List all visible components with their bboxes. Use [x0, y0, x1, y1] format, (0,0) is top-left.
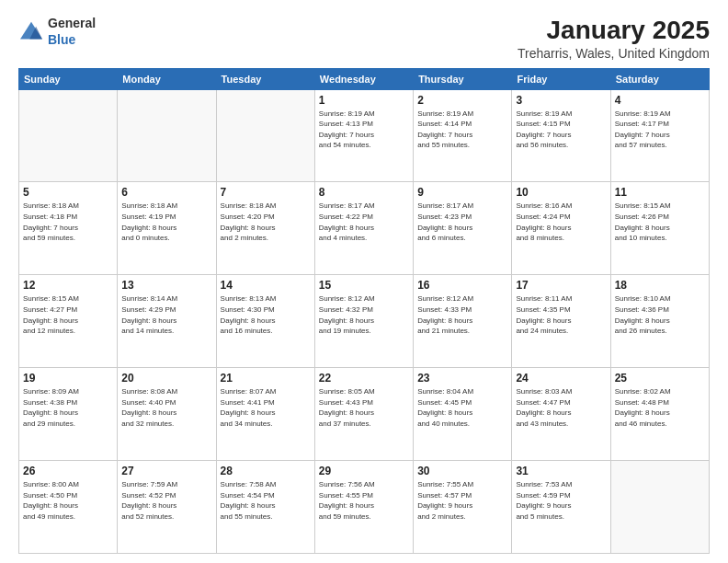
day-info: Sunrise: 8:08 AM Sunset: 4:40 PM Dayligh… — [121, 386, 211, 429]
day-info: Sunrise: 8:17 AM Sunset: 4:23 PM Dayligh… — [417, 201, 507, 243]
col-sunday: Sunday — [19, 68, 118, 89]
table-row — [610, 461, 709, 554]
day-info: Sunrise: 8:10 AM Sunset: 4:36 PM Dayligh… — [615, 293, 705, 336]
day-info: Sunrise: 8:09 AM Sunset: 4:38 PM Dayligh… — [23, 386, 113, 429]
day-number: 6 — [121, 186, 211, 199]
col-monday: Monday — [118, 68, 216, 89]
day-info: Sunrise: 8:19 AM Sunset: 4:14 PM Dayligh… — [417, 109, 507, 151]
day-info: Sunrise: 8:07 AM Sunset: 4:41 PM Dayligh… — [221, 386, 311, 429]
table-row — [19, 89, 118, 182]
day-number: 16 — [417, 279, 507, 292]
table-row — [216, 89, 314, 182]
day-number: 14 — [221, 279, 311, 292]
day-number: 3 — [516, 94, 606, 107]
calendar-row-1: 5Sunrise: 8:18 AM Sunset: 4:18 PM Daylig… — [19, 182, 710, 275]
col-wednesday: Wednesday — [314, 68, 413, 89]
table-row: 12Sunrise: 8:15 AM Sunset: 4:27 PM Dayli… — [19, 275, 118, 368]
table-row: 31Sunrise: 7:53 AM Sunset: 4:59 PM Dayli… — [512, 461, 610, 554]
calendar-row-0: 1Sunrise: 8:19 AM Sunset: 4:13 PM Daylig… — [19, 89, 710, 182]
day-info: Sunrise: 8:12 AM Sunset: 4:32 PM Dayligh… — [319, 293, 409, 336]
day-number: 21 — [221, 372, 311, 385]
day-info: Sunrise: 8:12 AM Sunset: 4:33 PM Dayligh… — [417, 293, 507, 336]
table-row: 25Sunrise: 8:02 AM Sunset: 4:48 PM Dayli… — [610, 368, 709, 461]
day-info: Sunrise: 8:11 AM Sunset: 4:35 PM Dayligh… — [516, 293, 606, 336]
logo-text: General Blue — [48, 15, 96, 48]
day-info: Sunrise: 8:17 AM Sunset: 4:22 PM Dayligh… — [319, 201, 409, 243]
day-number: 10 — [516, 186, 606, 199]
col-saturday: Saturday — [610, 68, 709, 89]
table-row: 26Sunrise: 8:00 AM Sunset: 4:50 PM Dayli… — [19, 461, 118, 554]
day-number: 15 — [319, 279, 409, 292]
day-number: 11 — [615, 186, 705, 199]
table-row: 23Sunrise: 8:04 AM Sunset: 4:45 PM Dayli… — [414, 368, 512, 461]
table-row: 27Sunrise: 7:59 AM Sunset: 4:52 PM Dayli… — [118, 461, 216, 554]
table-row: 21Sunrise: 8:07 AM Sunset: 4:41 PM Dayli… — [216, 368, 314, 461]
day-number: 20 — [121, 372, 211, 385]
table-row — [118, 89, 216, 182]
table-row: 5Sunrise: 8:18 AM Sunset: 4:18 PM Daylig… — [19, 182, 118, 275]
day-info: Sunrise: 7:56 AM Sunset: 4:55 PM Dayligh… — [319, 479, 409, 522]
day-number: 12 — [23, 279, 113, 292]
table-row: 15Sunrise: 8:12 AM Sunset: 4:32 PM Dayli… — [314, 275, 413, 368]
table-row: 17Sunrise: 8:11 AM Sunset: 4:35 PM Dayli… — [512, 275, 610, 368]
table-row: 14Sunrise: 8:13 AM Sunset: 4:30 PM Dayli… — [216, 275, 314, 368]
day-number: 17 — [516, 279, 606, 292]
table-row: 2Sunrise: 8:19 AM Sunset: 4:14 PM Daylig… — [414, 89, 512, 182]
table-row: 8Sunrise: 8:17 AM Sunset: 4:22 PM Daylig… — [314, 182, 413, 275]
day-number: 4 — [615, 94, 705, 107]
day-info: Sunrise: 8:13 AM Sunset: 4:30 PM Dayligh… — [221, 293, 311, 336]
day-info: Sunrise: 8:18 AM Sunset: 4:19 PM Dayligh… — [121, 201, 211, 243]
table-row: 13Sunrise: 8:14 AM Sunset: 4:29 PM Dayli… — [118, 275, 216, 368]
logo: General Blue — [18, 15, 96, 48]
day-info: Sunrise: 8:05 AM Sunset: 4:43 PM Dayligh… — [319, 386, 409, 429]
day-number: 18 — [615, 279, 705, 292]
table-row: 20Sunrise: 8:08 AM Sunset: 4:40 PM Dayli… — [118, 368, 216, 461]
header: General Blue January 2025 Treharris, Wal… — [18, 15, 710, 61]
day-info: Sunrise: 7:58 AM Sunset: 4:54 PM Dayligh… — [221, 479, 311, 522]
day-info: Sunrise: 8:02 AM Sunset: 4:48 PM Dayligh… — [615, 386, 705, 429]
table-row: 10Sunrise: 8:16 AM Sunset: 4:24 PM Dayli… — [512, 182, 610, 275]
day-info: Sunrise: 8:03 AM Sunset: 4:47 PM Dayligh… — [516, 386, 606, 429]
day-number: 9 — [417, 186, 507, 199]
day-number: 22 — [319, 372, 409, 385]
col-tuesday: Tuesday — [216, 68, 314, 89]
day-info: Sunrise: 8:00 AM Sunset: 4:50 PM Dayligh… — [23, 479, 113, 522]
table-row: 16Sunrise: 8:12 AM Sunset: 4:33 PM Dayli… — [414, 275, 512, 368]
day-number: 23 — [417, 372, 507, 385]
table-row: 11Sunrise: 8:15 AM Sunset: 4:26 PM Dayli… — [610, 182, 709, 275]
day-info: Sunrise: 8:19 AM Sunset: 4:15 PM Dayligh… — [516, 109, 606, 151]
day-number: 24 — [516, 372, 606, 385]
table-row: 22Sunrise: 8:05 AM Sunset: 4:43 PM Dayli… — [314, 368, 413, 461]
day-info: Sunrise: 7:55 AM Sunset: 4:57 PM Dayligh… — [417, 479, 507, 522]
table-row: 29Sunrise: 7:56 AM Sunset: 4:55 PM Dayli… — [314, 461, 413, 554]
day-number: 2 — [417, 94, 507, 107]
calendar-subtitle: Treharris, Wales, United Kingdom — [518, 46, 710, 61]
day-info: Sunrise: 8:19 AM Sunset: 4:17 PM Dayligh… — [615, 109, 705, 151]
calendar-row-4: 26Sunrise: 8:00 AM Sunset: 4:50 PM Dayli… — [19, 461, 710, 554]
table-row: 7Sunrise: 8:18 AM Sunset: 4:20 PM Daylig… — [216, 182, 314, 275]
table-row: 19Sunrise: 8:09 AM Sunset: 4:38 PM Dayli… — [19, 368, 118, 461]
day-number: 7 — [221, 186, 311, 199]
table-row: 24Sunrise: 8:03 AM Sunset: 4:47 PM Dayli… — [512, 368, 610, 461]
table-row: 6Sunrise: 8:18 AM Sunset: 4:19 PM Daylig… — [118, 182, 216, 275]
calendar-row-2: 12Sunrise: 8:15 AM Sunset: 4:27 PM Dayli… — [19, 275, 710, 368]
day-number: 29 — [319, 465, 409, 477]
day-info: Sunrise: 8:18 AM Sunset: 4:18 PM Dayligh… — [23, 201, 113, 243]
day-number: 8 — [319, 186, 409, 199]
day-number: 26 — [23, 465, 113, 477]
day-info: Sunrise: 8:19 AM Sunset: 4:13 PM Dayligh… — [319, 109, 409, 151]
day-number: 31 — [516, 465, 606, 477]
day-number: 27 — [121, 465, 211, 477]
calendar-table: Sunday Monday Tuesday Wednesday Thursday… — [18, 68, 710, 554]
col-friday: Friday — [512, 68, 610, 89]
title-block: January 2025 Treharris, Wales, United Ki… — [518, 15, 710, 61]
day-info: Sunrise: 8:04 AM Sunset: 4:45 PM Dayligh… — [417, 386, 507, 429]
day-number: 28 — [221, 465, 311, 477]
table-row: 4Sunrise: 8:19 AM Sunset: 4:17 PM Daylig… — [610, 89, 709, 182]
day-number: 19 — [23, 372, 113, 385]
table-row: 30Sunrise: 7:55 AM Sunset: 4:57 PM Dayli… — [414, 461, 512, 554]
table-row: 3Sunrise: 8:19 AM Sunset: 4:15 PM Daylig… — [512, 89, 610, 182]
page: General Blue January 2025 Treharris, Wal… — [0, 0, 728, 563]
calendar-title: January 2025 — [518, 15, 710, 46]
table-row: 9Sunrise: 8:17 AM Sunset: 4:23 PM Daylig… — [414, 182, 512, 275]
